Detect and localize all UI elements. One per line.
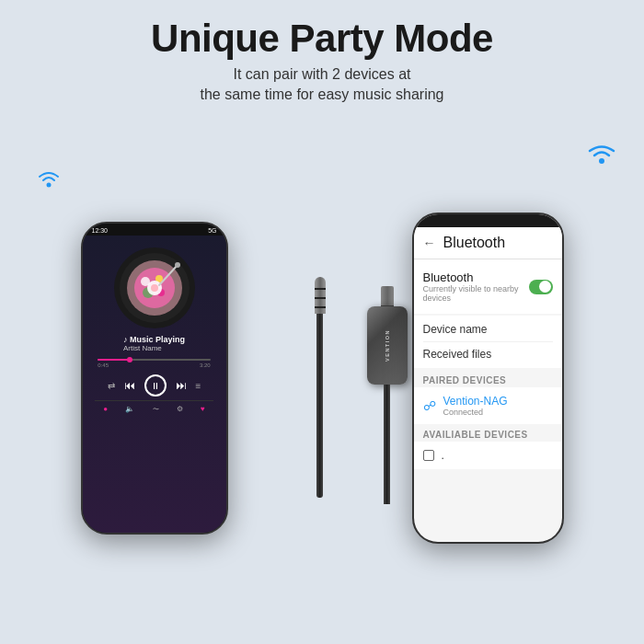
page-header: Unique Party Mode It can pair with 2 dev… bbox=[132, 0, 512, 113]
paired-device-name[interactable]: Vention-NAG bbox=[443, 395, 508, 408]
available-device-name: . bbox=[442, 449, 444, 462]
bluetooth-header-title: Bluetooth bbox=[443, 235, 506, 251]
top-notch-area bbox=[414, 214, 562, 227]
settings-small-icon[interactable]: ⚙ bbox=[177, 405, 183, 414]
available-device-row: . bbox=[414, 442, 562, 469]
music-controls: ⇄ ⏮ ⏸ ⏭ ≡ bbox=[108, 374, 201, 397]
vol-down-icon[interactable]: 🔈 bbox=[125, 405, 134, 414]
bluetooth-sublabel: Currently visible to nearby devices bbox=[423, 284, 530, 303]
bluetooth-menu-section: Device name Received files bbox=[414, 316, 562, 368]
left-phone-screen: 12:30 5G bbox=[83, 224, 226, 533]
available-devices-header: AVAILIABLE DEVICES bbox=[414, 424, 562, 442]
status-bar: 12:30 5G bbox=[83, 224, 226, 236]
svg-point-11 bbox=[175, 262, 180, 268]
dongle-body: VENTION bbox=[367, 306, 408, 385]
dongle-wire bbox=[384, 385, 390, 504]
paired-device-row: ☍ Vention-NAG Connected bbox=[414, 387, 562, 424]
svg-point-12 bbox=[47, 182, 52, 187]
shuffle-icon[interactable]: ⇄ bbox=[108, 381, 115, 391]
music-track-info: ♪ Music Playing Artist Name bbox=[123, 335, 185, 352]
bluetooth-toggle-section: Bluetooth Currently visible to nearby de… bbox=[414, 259, 562, 314]
usb-dongle: VENTION bbox=[367, 286, 408, 504]
list-icon[interactable]: ≡ bbox=[196, 381, 201, 391]
bluetooth-toggle-row: Bluetooth Currently visible to nearby de… bbox=[423, 267, 553, 306]
svg-point-9 bbox=[151, 284, 158, 292]
back-arrow-icon[interactable]: ← bbox=[423, 236, 436, 250]
right-phone-screen: ← Bluetooth Bluetooth Currently visible … bbox=[414, 214, 562, 542]
device-name-item[interactable]: Device name bbox=[423, 317, 553, 342]
vinyl-svg bbox=[113, 247, 196, 329]
progress-bar: 0:45 3:20 bbox=[98, 359, 210, 368]
aux-cable-wire bbox=[316, 314, 323, 498]
bluetooth-header: ← Bluetooth bbox=[414, 227, 562, 259]
wave-icon: 〜 bbox=[153, 405, 159, 414]
heart-icon[interactable]: ♥ bbox=[201, 405, 205, 414]
bluetooth-toggle[interactable] bbox=[529, 280, 552, 294]
wifi-signal-left bbox=[37, 168, 61, 192]
dongle-brand: VENTION bbox=[385, 329, 390, 362]
wifi-signal-right bbox=[587, 141, 616, 170]
paired-device-status: Connected bbox=[443, 408, 508, 417]
bluetooth-device-icon: ☍ bbox=[423, 398, 436, 413]
received-files-item[interactable]: Received files bbox=[423, 342, 553, 366]
page-title: Unique Party Mode bbox=[151, 17, 493, 61]
page-subtitle: It can pair with 2 devices at the same t… bbox=[151, 64, 493, 106]
svg-point-13 bbox=[599, 158, 604, 164]
paired-devices-header: PAIRED DEVICES bbox=[414, 370, 562, 387]
usb-connector bbox=[381, 286, 394, 306]
prev-button[interactable]: ⏮ bbox=[124, 379, 135, 392]
bluetooth-label: Bluetooth bbox=[423, 270, 530, 284]
music-player: ♪ Music Playing Artist Name 0:45 3:20 bbox=[83, 236, 226, 533]
bottom-controls: ● 🔈 〜 ⚙ ♥ bbox=[95, 400, 214, 418]
record-dot: ● bbox=[103, 405, 108, 414]
aux-plug bbox=[315, 277, 326, 314]
main-area: 12:30 5G bbox=[0, 113, 644, 644]
vinyl-record bbox=[113, 247, 196, 329]
play-pause-button[interactable]: ⏸ bbox=[144, 374, 167, 397]
product-center: VENTION bbox=[228, 259, 412, 498]
right-phone: ← Bluetooth Bluetooth Currently visible … bbox=[412, 213, 564, 544]
left-phone: 12:30 5G bbox=[81, 222, 228, 535]
aux-cable-assembly bbox=[315, 277, 326, 498]
available-device-icon bbox=[423, 450, 434, 461]
next-button[interactable]: ⏭ bbox=[176, 379, 187, 392]
